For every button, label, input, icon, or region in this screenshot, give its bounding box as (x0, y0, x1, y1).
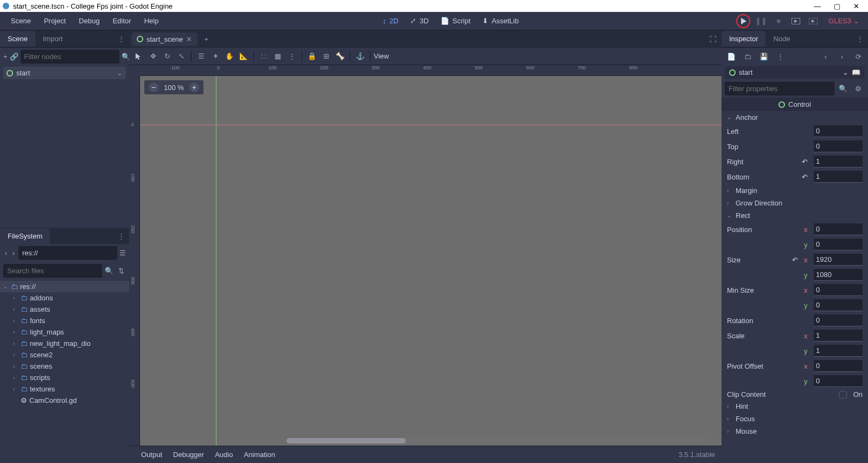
pivot-y-input[interactable] (814, 375, 863, 387)
anchor-bottom-input[interactable] (814, 171, 863, 183)
maximize-icon[interactable]: ▢ (834, 2, 840, 10)
dock-menu-icon[interactable]: ⋮ (113, 232, 129, 240)
tab-debugger[interactable]: Debugger (168, 447, 209, 462)
scale-y-input[interactable] (814, 345, 863, 357)
select-tool-icon[interactable] (132, 50, 145, 63)
pan-tool-icon[interactable]: ✋ (223, 50, 236, 63)
tree-item[interactable]: ›🗀assets (0, 304, 129, 315)
dock-menu-icon[interactable]: ⋮ (852, 35, 868, 43)
zoom-level[interactable]: 100 % (164, 83, 184, 92)
pivot-x-input[interactable] (814, 360, 863, 372)
open-resource-icon[interactable]: 🗀 (741, 50, 754, 63)
split-mode-icon[interactable]: ☰ (119, 247, 126, 260)
menu-project[interactable]: Project (37, 14, 72, 28)
tree-item[interactable]: ›🗀light_maps (0, 326, 129, 338)
anchor-top-input[interactable] (814, 140, 863, 152)
lock-icon[interactable]: 🔒 (305, 50, 318, 63)
anchor-left-input[interactable] (814, 125, 863, 137)
dock-menu-icon[interactable]: ⋮ (113, 35, 129, 43)
mode-2d[interactable]: ↕2D (377, 14, 404, 28)
menu-debug[interactable]: Debug (72, 14, 106, 28)
scene-root-node[interactable]: start ⌄ (3, 67, 126, 79)
menu-editor[interactable]: Editor (106, 14, 138, 28)
rotation-input[interactable] (814, 314, 863, 326)
scene-filter-input[interactable] (21, 50, 119, 63)
revert-icon[interactable]: ↶ (802, 158, 810, 166)
play-scene-button[interactable] (789, 15, 802, 28)
section-rect[interactable]: ⌄Rect (722, 209, 868, 222)
close-icon[interactable]: ✕ (853, 2, 859, 10)
list-select-icon[interactable]: ☰ (195, 50, 208, 63)
search-icon[interactable]: 🔍 (104, 265, 114, 278)
tab-output[interactable]: Output (136, 447, 168, 462)
snap-icon[interactable]: ⸬ (257, 50, 270, 63)
tree-item[interactable]: ⌄🗀res:// (0, 281, 129, 292)
new-resource-icon[interactable]: 📄 (725, 50, 738, 63)
settings-icon[interactable]: ⚙ (852, 82, 865, 95)
filesystem-search-input[interactable] (3, 264, 102, 278)
bone-icon[interactable]: 🦴 (334, 50, 347, 63)
stop-button[interactable]: ■ (772, 15, 785, 28)
extra-options-icon[interactable]: ⋮ (774, 50, 787, 63)
doc-icon[interactable]: 📖 (852, 68, 860, 76)
play-button[interactable] (736, 14, 750, 28)
pivot-icon[interactable]: ✶ (209, 50, 222, 63)
search-icon[interactable]: 🔍 (837, 82, 850, 95)
distraction-free-icon[interactable]: ⛶ (706, 33, 719, 46)
anchor-right-input[interactable] (814, 156, 863, 168)
anchor-icon[interactable]: ⚓ (354, 50, 367, 63)
tab-filesystem[interactable]: FileSystem (0, 228, 50, 244)
nav-forward-icon[interactable]: › (11, 247, 16, 260)
tree-item[interactable]: ›🗀addons (0, 292, 129, 304)
menu-help[interactable]: Help (138, 14, 165, 28)
move-tool-icon[interactable]: ✥ (146, 50, 159, 63)
mode-script[interactable]: 📄Script (435, 14, 476, 28)
filesystem-path-input[interactable] (18, 246, 117, 260)
tree-item[interactable]: ›🗀scenes (0, 361, 129, 372)
tab-scene[interactable]: Scene (0, 31, 35, 47)
tab-import[interactable]: Import (35, 31, 71, 47)
search-icon[interactable]: 🔍 (122, 50, 129, 63)
tab-audio[interactable]: Audio (209, 447, 238, 462)
grid-snap-icon[interactable]: ▦ (271, 50, 284, 63)
minsize-x-input[interactable] (814, 284, 863, 296)
tab-inspector[interactable]: Inspector (722, 31, 765, 47)
section-hint[interactable]: ›Hint (722, 400, 868, 413)
view-menu[interactable]: View (374, 52, 389, 60)
size-y-input[interactable] (814, 269, 863, 281)
mode-assetlib[interactable]: ⬇AssetLib (477, 14, 524, 28)
rotate-tool-icon[interactable]: ↻ (161, 50, 174, 63)
inspector-filter-input[interactable] (725, 82, 834, 95)
tree-item[interactable]: ›🗀textures (0, 383, 129, 395)
history-back-icon[interactable]: ‹ (819, 50, 832, 63)
section-anchor[interactable]: ⌄Anchor (722, 111, 868, 124)
zoom-in-button[interactable]: + (189, 82, 199, 92)
position-y-input[interactable] (814, 239, 863, 250)
horizontal-scrollbar[interactable] (286, 438, 711, 443)
tree-item[interactable]: ›🗀scene2 (0, 349, 129, 361)
revert-icon[interactable]: ↶ (802, 173, 810, 181)
tree-item[interactable]: ›🗀fonts (0, 315, 129, 326)
pause-button[interactable]: ❚❚ (755, 15, 768, 28)
minsize-y-input[interactable] (814, 299, 863, 311)
refresh-icon[interactable]: ⟳ (852, 50, 865, 63)
section-focus[interactable]: ›Focus (722, 413, 868, 425)
section-margin[interactable]: ›Margin (722, 184, 868, 197)
tab-node[interactable]: Node (765, 31, 797, 47)
add-node-button[interactable]: + (3, 50, 8, 63)
minimize-icon[interactable]: — (814, 2, 821, 10)
chevron-down-icon[interactable]: ⌄ (117, 69, 123, 77)
tree-item[interactable]: ›🗀new_light_map_dio (0, 338, 129, 349)
nav-back-icon[interactable]: ‹ (3, 247, 9, 260)
section-grow[interactable]: ›Grow Direction (722, 197, 868, 209)
new-tab-button[interactable]: + (200, 33, 213, 46)
group-icon[interactable]: ⊞ (320, 50, 333, 63)
viewport[interactable]: -100 0 100 200 300 400 500 600 700 800 0… (129, 65, 722, 446)
revert-icon[interactable]: ↶ (792, 256, 801, 264)
position-x-input[interactable] (814, 223, 863, 235)
close-tab-icon[interactable]: ✕ (186, 35, 192, 43)
instance-scene-button[interactable]: 🔗 (10, 50, 18, 63)
play-custom-scene-button[interactable] (807, 15, 820, 28)
tree-item[interactable]: ›🗀scripts (0, 372, 129, 383)
inspector-class-header[interactable]: Control (722, 98, 868, 111)
